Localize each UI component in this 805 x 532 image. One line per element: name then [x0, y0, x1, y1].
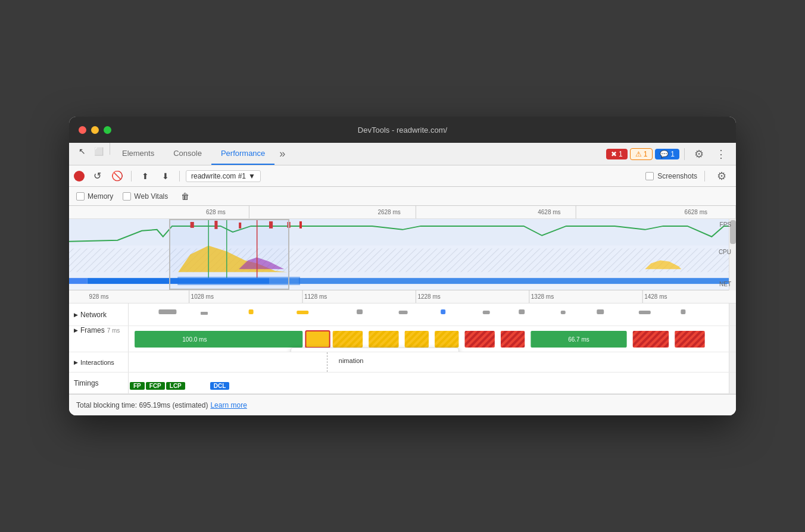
- track-scrollbar[interactable]: [729, 352, 736, 372]
- svg-rect-18: [69, 249, 736, 273]
- divider: [131, 171, 132, 181]
- frames-track: ▶ Frames 7 ms 100.0 ms: [69, 326, 736, 352]
- svg-rect-11: [214, 221, 217, 229]
- svg-text:1228 ms: 1228 ms: [417, 293, 440, 300]
- svg-rect-49: [681, 309, 685, 314]
- timeline-container: 628 ms 2628 ms 4628 ms 6628 ms FPS CPU N…: [69, 206, 736, 290]
- tab-performance[interactable]: Performance: [211, 143, 274, 165]
- divider: [704, 171, 705, 181]
- close-button[interactable]: [79, 126, 86, 134]
- overview-ruler: 628 ms 2628 ms 4628 ms 6628 ms: [69, 206, 736, 219]
- record-button[interactable]: [74, 171, 85, 181]
- web-vitals-option: Web Vitals: [123, 192, 168, 201]
- device-toggle-button[interactable]: ⬜: [91, 143, 107, 159]
- track-scrollbar[interactable]: [729, 303, 736, 326]
- tab-elements[interactable]: Elements: [113, 143, 164, 165]
- svg-rect-65: [501, 331, 525, 348]
- fps-label: FPS: [720, 221, 731, 228]
- capture-settings-icon[interactable]: ⚙: [712, 170, 731, 183]
- title-bar: DevTools - readwrite.com/: [69, 117, 736, 143]
- svg-rect-52: [305, 331, 329, 348]
- track-scrollbar[interactable]: [729, 373, 736, 393]
- maximize-button[interactable]: [104, 126, 111, 134]
- network-track: ▶ Network: [69, 303, 736, 326]
- more-menu-icon[interactable]: ⋮: [711, 148, 731, 161]
- frames-track-content[interactable]: 100.0 ms: [129, 326, 729, 352]
- svg-rect-12: [239, 223, 241, 229]
- svg-rect-22: [69, 278, 88, 284]
- svg-text:6628 ms: 6628 ms: [685, 209, 707, 215]
- frames-track-label[interactable]: ▶ Frames 7 ms: [69, 326, 129, 352]
- learn-more-link[interactable]: Learn more: [210, 401, 247, 409]
- svg-rect-60: [333, 331, 363, 348]
- memory-checkbox[interactable]: [76, 192, 85, 201]
- inspect-element-button[interactable]: ↖: [74, 143, 91, 159]
- svg-rect-9: [69, 219, 736, 246]
- interactions-track-content[interactable]: nimation: [129, 352, 729, 372]
- screenshots-row: Screenshots: [645, 172, 697, 180]
- svg-rect-24: [269, 278, 736, 284]
- timings-track-content[interactable]: FP FCP LCP DCL: [129, 373, 729, 393]
- svg-rect-14: [288, 222, 291, 228]
- upload-profile-button[interactable]: ⬆: [138, 168, 153, 184]
- net-label: NET: [719, 281, 731, 287]
- error-badge[interactable]: ✖ 1: [606, 149, 628, 159]
- svg-text:1428 ms: 1428 ms: [644, 293, 667, 300]
- marker-line: [327, 352, 327, 372]
- warning-badge[interactable]: ⚠ 1: [630, 148, 653, 160]
- svg-text:2628 ms: 2628 ms: [377, 209, 400, 215]
- frames-sublabel: 7 ms: [107, 327, 120, 334]
- track-scrollbar[interactable]: [729, 326, 736, 352]
- network-track-content[interactable]: [129, 303, 729, 326]
- network-track-label[interactable]: ▶ Network: [69, 303, 129, 326]
- divider: [179, 171, 180, 181]
- timings-track-label[interactable]: Timings: [69, 373, 129, 393]
- interaction-label: nimation: [339, 357, 364, 364]
- settings-icon[interactable]: ⚙: [689, 148, 709, 161]
- screenshots-checkbox[interactable]: [645, 172, 654, 180]
- svg-rect-46: [561, 311, 566, 314]
- svg-rect-15: [299, 221, 302, 229]
- perf-toolbar: ↺ 🚫 ⬆ ⬇ readwrite.com #1 ▼ Screenshots ⚙: [69, 165, 736, 187]
- reload-record-button[interactable]: ↺: [89, 168, 105, 184]
- svg-rect-44: [483, 311, 490, 314]
- info-badge[interactable]: 💬 1: [655, 149, 679, 159]
- divider: [684, 148, 685, 160]
- svg-text:1128 ms: 1128 ms: [304, 293, 327, 300]
- fp-badge: FP: [130, 380, 145, 390]
- interactions-track-label[interactable]: ▶ Interactions: [69, 352, 129, 372]
- lcp-badge: LCP: [166, 380, 185, 390]
- clear-button[interactable]: 🚫: [110, 168, 125, 184]
- dcl-badge: DCL: [210, 380, 230, 390]
- svg-rect-63: [435, 331, 458, 348]
- svg-rect-43: [441, 309, 445, 314]
- tab-bar: ↖ ⬜ Elements Console Performance » ✖ 1: [69, 143, 736, 165]
- minimize-button[interactable]: [91, 126, 99, 134]
- profile-selector[interactable]: readwrite.com #1 ▼: [186, 170, 261, 182]
- network-chart: [129, 303, 729, 326]
- overview-section[interactable]: FPS CPU NET: [69, 219, 736, 290]
- svg-rect-50: [135, 331, 302, 348]
- delete-recording-button[interactable]: 🗑: [177, 189, 193, 204]
- svg-text:4628 ms: 4628 ms: [538, 209, 560, 215]
- cpu-label: CPU: [719, 249, 731, 255]
- detail-tracks: ▶ Network: [69, 303, 736, 394]
- memory-option: Memory: [76, 192, 113, 201]
- svg-rect-64: [464, 331, 494, 348]
- svg-rect-10: [191, 222, 194, 228]
- triangle-icon: ▶: [74, 359, 78, 365]
- tab-console[interactable]: Console: [164, 143, 211, 165]
- traffic-lights: [79, 126, 111, 134]
- tab-overflow-button[interactable]: »: [274, 143, 290, 165]
- svg-text:1328 ms: 1328 ms: [531, 293, 554, 300]
- detail-ruler: 928 ms 1028 ms 1128 ms 1228 ms 1328 ms 1…: [69, 290, 736, 303]
- web-vitals-checkbox[interactable]: [123, 192, 131, 201]
- svg-rect-47: [597, 309, 604, 314]
- devtools-window: DevTools - readwrite.com/ ↖ ⬜ Elements C…: [69, 117, 736, 415]
- download-profile-button[interactable]: ⬇: [158, 168, 173, 184]
- tab-badges: ✖ 1 ⚠ 1 💬 1 ⚙ ⋮: [606, 143, 731, 165]
- overview-chart: [69, 219, 736, 290]
- svg-rect-45: [519, 309, 525, 314]
- svg-rect-68: [633, 331, 669, 348]
- svg-rect-48: [639, 311, 651, 314]
